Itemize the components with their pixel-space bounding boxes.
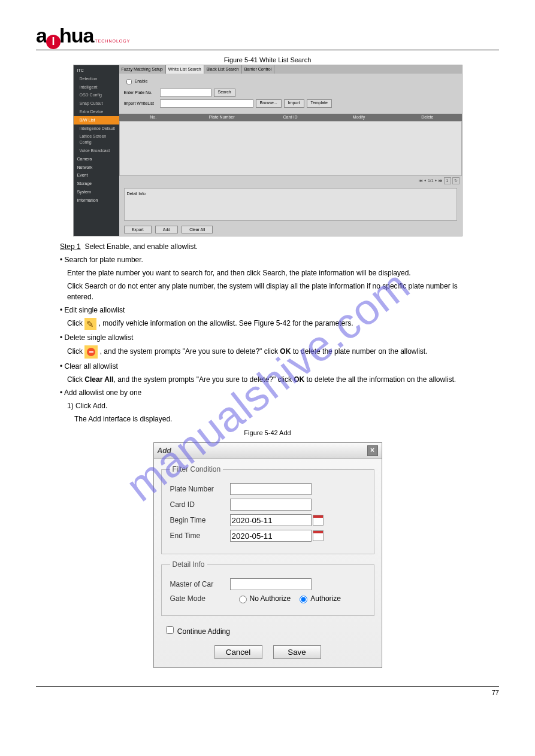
card-id-input[interactable] — [230, 499, 312, 511]
sidebar: ITC Detection Intelligent OSD Config Sna… — [74, 65, 119, 236]
filter-condition-legend: Filter Condition — [170, 465, 223, 473]
pager-page-input[interactable]: 1 — [444, 177, 451, 184]
col-delete: Delete — [393, 114, 461, 120]
figure-caption-2: Figure 5-42 Add — [36, 429, 499, 436]
logo-text: a — [36, 24, 47, 47]
form-area: Enable Enter Plate No. Search Import Whi… — [119, 74, 462, 114]
dialog-title: Add — [158, 447, 171, 455]
sidebar-item-intelligent[interactable]: Intelligent — [74, 83, 119, 92]
plate-number-input[interactable] — [230, 483, 312, 495]
sidebar-item-voice[interactable]: Voice Broadcast — [74, 147, 119, 155]
clear-all-button[interactable]: Clear All — [182, 226, 213, 234]
sidebar-group-system[interactable]: System — [74, 188, 119, 196]
step-edit-label: Edit single allowlist — [65, 306, 125, 314]
delete-icon[interactable] — [84, 345, 98, 359]
step-search: Search for plate number. — [65, 256, 143, 264]
import-label: Import WhiteList — [124, 101, 160, 107]
enable-checkbox[interactable] — [126, 79, 132, 84]
sidebar-item-intel-default[interactable]: Intelligence Default — [74, 125, 119, 133]
filter-condition-group: Filter Condition Plate Number Card ID Be… — [161, 465, 374, 554]
step-addone-1: 1) Click Add. — [67, 400, 475, 411]
pager: ⏮ ◀ 1/1 ▶ ⏭ 1 ↻ — [119, 176, 462, 186]
add-dialog: Add × Filter Condition Plate Number Card… — [153, 442, 382, 668]
page-number: 77 — [492, 689, 499, 696]
sidebar-item-detection[interactable]: Detection — [74, 75, 119, 83]
pager-next-icon[interactable]: ▶ — [435, 178, 437, 183]
import-button[interactable]: Import — [284, 99, 304, 108]
step-clear-label: Clear all allowlist — [65, 362, 118, 371]
plate-input[interactable] — [160, 89, 211, 97]
close-icon[interactable]: × — [367, 445, 378, 456]
step-search-all: Click Search or do not enter any plate n… — [67, 281, 475, 302]
plate-number-label: Plate Number — [170, 485, 230, 493]
sidebar-item-snap[interactable]: Snap Cutout — [74, 99, 119, 108]
cancel-button[interactable]: Cancel — [214, 645, 262, 659]
no-authorize-label: No Authorize — [250, 594, 291, 603]
sidebar-group-information[interactable]: Information — [74, 196, 119, 205]
template-button[interactable]: Template — [307, 99, 332, 108]
save-button[interactable]: Save — [273, 645, 321, 659]
tabs: Fuzzy Matching Setup White List Search B… — [119, 65, 462, 74]
sidebar-group-event[interactable]: Event — [74, 171, 119, 180]
add-button[interactable]: Add — [155, 226, 178, 234]
step-addone-label: Add allowlist one by one — [64, 388, 141, 397]
step-addone-2: The Add interface is displayed. — [74, 414, 475, 424]
step-del-label: Delete single allowlist — [65, 333, 134, 342]
calendar-icon[interactable] — [313, 515, 324, 526]
begin-time-label: Begin Time — [170, 516, 230, 524]
content-area: Fuzzy Matching Setup White List Search B… — [119, 65, 462, 236]
figure-caption: Figure 5-41 White List Search — [36, 56, 499, 63]
export-button[interactable]: Export — [124, 226, 152, 234]
import-path-input[interactable] — [160, 99, 253, 108]
pager-last-icon[interactable]: ⏭ — [439, 178, 443, 183]
browse-button[interactable]: Browse... — [256, 99, 282, 108]
step-1-label: Step 1 — [60, 242, 81, 251]
authorize-radio[interactable] — [300, 596, 307, 603]
master-car-label: Master of Car — [170, 580, 230, 588]
end-time-label: End Time — [170, 532, 230, 540]
sidebar-group-camera[interactable]: Camera — [74, 155, 119, 163]
continue-adding-label: Continue Adding — [177, 627, 230, 636]
sidebar-item-extra[interactable]: Extra Device — [74, 108, 119, 116]
sidebar-item-osd[interactable]: OSD Config — [74, 91, 119, 99]
tab-fuzzy[interactable]: Fuzzy Matching Setup — [119, 65, 166, 74]
sidebar-root[interactable]: ITC — [74, 66, 119, 75]
grid-body — [119, 121, 462, 176]
detail-info-legend: Detail Info — [170, 560, 207, 569]
end-time-input[interactable] — [230, 530, 312, 542]
card-id-label: Card ID — [170, 500, 230, 509]
search-button[interactable]: Search — [214, 89, 235, 97]
edit-icon[interactable] — [84, 318, 96, 330]
tab-blacklist[interactable]: Black List Search — [204, 65, 242, 74]
begin-time-input[interactable] — [230, 514, 312, 526]
authorize-label: Authorize — [310, 594, 341, 603]
pager-first-icon[interactable]: ⏮ — [419, 178, 423, 183]
pager-prev-icon[interactable]: ◀ — [424, 178, 427, 183]
master-car-input[interactable] — [230, 578, 312, 590]
col-modify: Modify — [325, 114, 393, 120]
detail-info-panel: Detail Info — [124, 188, 457, 221]
logo-eye-icon: l — [46, 35, 61, 49]
col-card: Card ID — [256, 114, 324, 120]
tab-whitelist[interactable]: White List Search — [166, 65, 204, 74]
gate-mode-label: Gate Mode — [170, 594, 230, 603]
step-1a: Select Enable, and enable allowlist. — [84, 242, 198, 251]
sidebar-item-lattice[interactable]: Lattice Screen Config — [74, 132, 119, 147]
detail-info-group: Detail Info Master of Car Gate Mode No A… — [161, 560, 374, 616]
col-plate: Plate Number — [188, 114, 256, 120]
plate-label: Enter Plate No. — [124, 90, 160, 96]
sidebar-item-bwlist[interactable]: B/W List — [74, 116, 119, 125]
pager-go-button[interactable]: ↻ — [452, 177, 460, 184]
continue-adding-checkbox[interactable] — [166, 626, 174, 634]
sidebar-group-network[interactable]: Network — [74, 163, 119, 172]
logo-text: hua — [59, 24, 93, 47]
no-authorize-radio[interactable] — [239, 596, 247, 603]
sidebar-group-storage[interactable]: Storage — [74, 180, 119, 188]
enable-label: Enable — [135, 78, 148, 84]
footer: 77 — [36, 686, 499, 696]
app-screenshot: ITC Detection Intelligent OSD Config Sna… — [73, 65, 463, 236]
step-search-desc: Enter the plate number you want to searc… — [67, 268, 475, 278]
tab-barrier[interactable]: Barrier Control — [242, 65, 275, 74]
calendar-icon[interactable] — [313, 530, 324, 541]
header: a l hua TECHNOLOGY — [36, 24, 499, 50]
